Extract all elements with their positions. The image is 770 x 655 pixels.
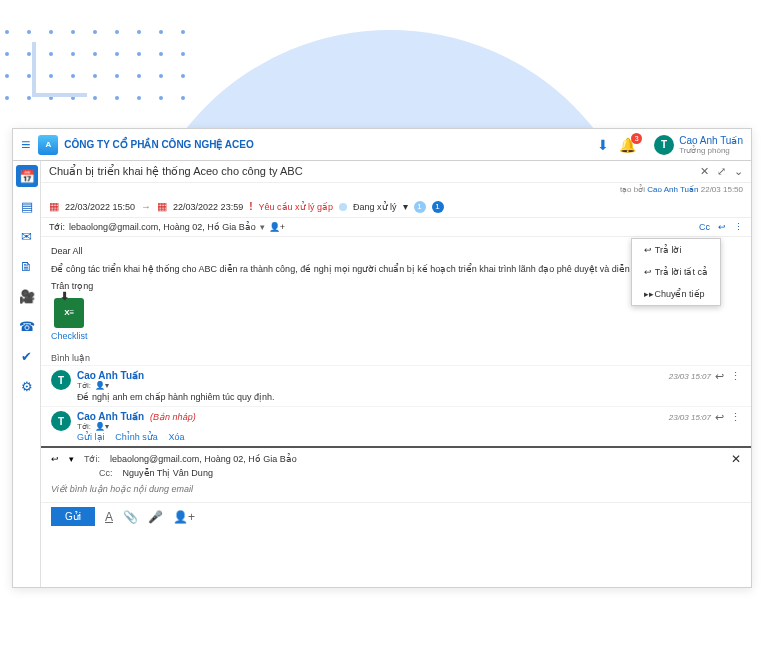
compose-cc: Nguyễn Thị Vân Dung: [123, 468, 213, 478]
compose-close-icon[interactable]: ✕: [731, 452, 741, 466]
send-toolbar: Gửi A 📎 🎤 👤+: [41, 502, 751, 532]
count-badge-1: 1: [414, 201, 426, 213]
main-panel: Chuẩn bị triển khai hệ thống Aceo cho cô…: [41, 161, 751, 587]
sidebar-mail-icon[interactable]: ✉: [16, 225, 38, 247]
comment-author: Cao Anh Tuấn: [77, 411, 144, 422]
reply-icon[interactable]: ↩: [718, 222, 726, 232]
comment-reply-icon[interactable]: ↩: [715, 370, 724, 383]
comment-more-icon[interactable]: ⋮: [730, 370, 741, 383]
sidebar-calendar-icon[interactable]: 📅: [16, 165, 38, 187]
reply-dropdown: ↩ Trả lời ↩ Trả lời tất cả ▸▸Chuyển tiếp: [631, 238, 721, 306]
info-row: ▦ 22/03/2022 15:50 → ▦ 22/03/2022 23:59 …: [41, 196, 751, 218]
avatar: T: [654, 135, 674, 155]
send-button[interactable]: Gửi: [51, 507, 95, 526]
sidebar-list-icon[interactable]: ▤: [16, 195, 38, 217]
date-start: 22/03/2022 15:50: [65, 202, 135, 212]
count-badge-2: 1: [432, 201, 444, 213]
download-icon[interactable]: ⬇: [597, 137, 609, 153]
notification-icon[interactable]: 🔔3: [619, 137, 636, 153]
link-delete[interactable]: Xóa: [169, 432, 185, 442]
compose-area: ✕ ↩ ▾ Tới: lebaolong@gmail.com, Hoàng 02…: [41, 446, 751, 502]
more-icon[interactable]: ⋮: [734, 222, 743, 232]
sidebar-phone-icon[interactable]: ☎: [16, 315, 38, 337]
sidebar-doc-icon[interactable]: 🗎: [16, 255, 38, 277]
attachment-name: Checklist: [51, 330, 88, 344]
status-dot-icon: [339, 203, 347, 211]
comment-item: T Cao Anh Tuấn(Bản nháp) Tới: 👤▾ Gửi lại…: [41, 406, 751, 446]
comment-text: Đề nghị anh em chấp hành nghiêm túc quy …: [77, 392, 741, 402]
sidebar-check-icon[interactable]: ✔: [16, 345, 38, 367]
menu-icon[interactable]: ≡: [21, 136, 30, 154]
dropdown-reply[interactable]: ↩ Trả lời: [632, 239, 720, 261]
sidebar: 📅 ▤ ✉ 🗎 🎥 ☎ ✔ ⚙: [13, 161, 41, 587]
mic-icon[interactable]: 🎤: [148, 510, 163, 524]
user-role: Trưởng phòng: [679, 146, 743, 155]
comment-more-icon[interactable]: ⋮: [730, 411, 741, 424]
user-chip[interactable]: T Cao Anh Tuấn Trưởng phòng: [654, 135, 743, 155]
comment-time: 23/03 15:07: [669, 413, 711, 422]
date-end: 22/03/2022 23:59: [173, 202, 243, 212]
app-window: ≡ A CÔNG TY CỔ PHẦN CÔNG NGHỆ ACEO ⬇ 🔔3 …: [12, 128, 752, 588]
attach-icon[interactable]: 📎: [123, 510, 138, 524]
draft-label: (Bản nháp): [150, 412, 196, 422]
add-person-icon[interactable]: 👤+: [269, 222, 285, 232]
person-icon: 👤▾: [95, 381, 109, 390]
compose-dropdown-icon[interactable]: ▾: [69, 454, 74, 464]
logo-icon: A: [38, 135, 58, 155]
comment-reply-icon[interactable]: ↩: [715, 411, 724, 424]
comment-time: 23/03 15:07: [669, 372, 711, 381]
to-label: Tới:: [49, 222, 65, 232]
link-edit[interactable]: Chỉnh sửa: [115, 432, 158, 442]
urgent-label: Yêu cầu xử lý gấp: [259, 202, 334, 212]
company-name: CÔNG TY CỔ PHẦN CÔNG NGHỆ ACEO: [64, 139, 597, 150]
calendar-start-icon: ▦: [49, 200, 59, 213]
topbar: ≡ A CÔNG TY CỔ PHẦN CÔNG NGHỆ ACEO ⬇ 🔔3 …: [13, 129, 751, 161]
compose-input[interactable]: [51, 480, 741, 498]
comment-avatar: T: [51, 411, 71, 431]
comments-label: Bình luận: [41, 351, 751, 365]
attachment[interactable]: ⬇X≡ Checklist: [51, 298, 88, 344]
sidebar-settings-icon[interactable]: ⚙: [16, 375, 38, 397]
compose-reply-icon[interactable]: ↩: [51, 454, 59, 464]
comment-author: Cao Anh Tuấn: [77, 370, 741, 381]
recipients: lebaolong@gmail.com, Hoàng 02, Hồ Gia Bả…: [69, 222, 256, 232]
notif-count: 3: [631, 133, 642, 144]
status-text: Đang xử lý: [353, 202, 397, 212]
comment-item: T Cao Anh Tuấn Tới: 👤▾ Đề nghị anh em ch…: [41, 365, 751, 406]
person-add-icon[interactable]: 👤+: [173, 510, 195, 524]
cc-label[interactable]: Cc: [699, 222, 710, 232]
sidebar-video-icon[interactable]: 🎥: [16, 285, 38, 307]
compose-to: lebaolong@gmail.com, Hoàng 02, Hồ Gia Bả…: [110, 454, 297, 464]
calendar-end-icon: ▦: [157, 200, 167, 213]
comment-avatar: T: [51, 370, 71, 390]
user-name: Cao Anh Tuấn: [679, 135, 743, 146]
format-icon[interactable]: A: [105, 510, 113, 524]
created-meta: tạo bởi Cao Anh Tuấn 22/03 15:50: [41, 183, 751, 196]
download-attach-icon: ⬇: [60, 288, 69, 305]
collapse-icon[interactable]: ⌄: [734, 165, 743, 178]
close-icon[interactable]: ✕: [700, 165, 709, 178]
recipients-row: Tới: lebaolong@gmail.com, Hoàng 02, Hồ G…: [41, 218, 751, 237]
expand-icon[interactable]: ⤢: [717, 165, 726, 178]
person-icon: 👤▾: [95, 422, 109, 431]
dropdown-forward[interactable]: ▸▸Chuyển tiếp: [632, 283, 720, 305]
dropdown-reply-all[interactable]: ↩ Trả lời tất cả: [632, 261, 720, 283]
chevron-down-icon[interactable]: ▾: [260, 222, 265, 232]
email-subject: Chuẩn bị triển khai hệ thống Aceo cho cô…: [49, 165, 700, 178]
link-resend[interactable]: Gửi lại: [77, 432, 105, 442]
